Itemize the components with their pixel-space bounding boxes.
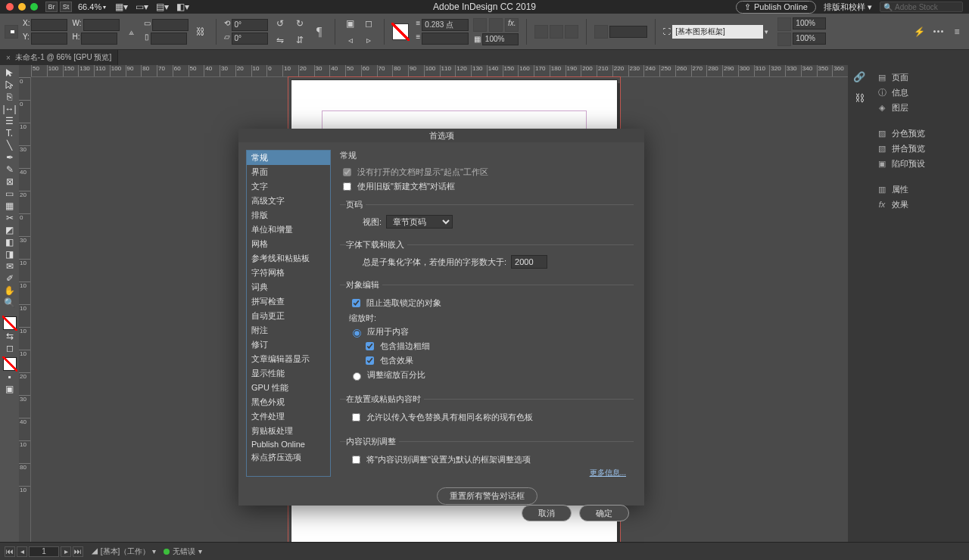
swap-colors-icon[interactable]: ⇆ bbox=[2, 330, 18, 342]
pref-category-20[interactable]: Publish Online bbox=[247, 438, 330, 450]
corner-options-icon[interactable] bbox=[473, 18, 487, 32]
workspace-menu[interactable]: 排版和校样 ▾ bbox=[824, 2, 872, 13]
pref-category-18[interactable]: 文件处理 bbox=[247, 409, 330, 424]
panels-icon[interactable]: ◧▾ bbox=[176, 2, 189, 12]
pref-category-10[interactable]: 拼写检查 bbox=[247, 294, 330, 309]
fit-frame-icon[interactable] bbox=[777, 33, 791, 46]
page-view-select[interactable]: 章节页码 bbox=[386, 215, 453, 229]
more-info-link[interactable]: 更多信息... bbox=[590, 468, 626, 478]
chain-icon[interactable]: ⛓ bbox=[852, 91, 866, 104]
free-transform-icon[interactable]: ◩ bbox=[2, 224, 18, 236]
show-start-option[interactable]: 没有打开的文档时显示"起点"工作区 bbox=[340, 166, 634, 179]
view-mode-icon[interactable]: ▣ bbox=[2, 383, 18, 395]
include-stroke-option[interactable]: 包含描边粗细 bbox=[363, 340, 634, 353]
cancel-button[interactable]: 取消 bbox=[522, 505, 572, 521]
prevent-locked-option[interactable]: 阻止选取锁定的对象 bbox=[349, 297, 634, 310]
wrap-jump-icon[interactable] bbox=[550, 25, 563, 39]
next-object-icon[interactable]: ▹ bbox=[361, 33, 376, 48]
pref-category-13[interactable]: 修订 bbox=[247, 338, 330, 352]
wrap-around-icon[interactable] bbox=[534, 25, 548, 39]
window-controls[interactable] bbox=[6, 3, 38, 11]
stroke-type-field[interactable] bbox=[422, 33, 469, 45]
legacy-new-doc-checkbox[interactable] bbox=[343, 182, 351, 191]
master-page-dropdown[interactable]: ◢ [基本]（工作） ▾ bbox=[91, 546, 156, 557]
scale-adjust-percent[interactable]: 调整缩放百分比 bbox=[349, 369, 634, 381]
flip-v-icon[interactable]: ⇵ bbox=[292, 33, 307, 48]
panel-properties[interactable]: ▥属性 bbox=[871, 182, 969, 197]
type-tool-icon[interactable]: T. bbox=[2, 127, 18, 139]
stroke-weight-field[interactable] bbox=[422, 19, 469, 31]
panel-trap-presets[interactable]: ▣陷印预设 bbox=[871, 156, 969, 171]
chevron-down-icon[interactable]: ▾ bbox=[103, 4, 106, 11]
pref-category-1[interactable]: 界面 bbox=[247, 165, 330, 179]
panel-effects[interactable]: fx效果 bbox=[871, 197, 969, 212]
opacity-field[interactable] bbox=[482, 33, 519, 45]
font-sub-threshold[interactable] bbox=[511, 255, 547, 269]
rectangle-frame-icon[interactable]: ⊠ bbox=[2, 176, 18, 188]
fill-swatch[interactable] bbox=[392, 23, 409, 40]
scale-y[interactable] bbox=[151, 33, 187, 45]
line-tool-icon[interactable]: ╲ bbox=[2, 139, 18, 151]
constrain-icon[interactable]: ⟁ bbox=[124, 24, 139, 39]
note-tool-icon[interactable]: ✉ bbox=[2, 260, 18, 272]
wrap-skip-icon[interactable] bbox=[565, 25, 578, 39]
rotate-ccw-icon[interactable]: ↺ bbox=[273, 16, 288, 31]
pen-tool-icon[interactable]: ✒ bbox=[2, 151, 18, 163]
preflight-status[interactable]: 无错误 ▾ bbox=[164, 546, 202, 557]
gap-tool-icon[interactable]: |↔| bbox=[2, 103, 18, 115]
rotate-cw-icon[interactable]: ↻ bbox=[292, 16, 307, 31]
grid-tool-icon[interactable]: ▦ bbox=[2, 200, 18, 212]
formula-icon[interactable]: fx. bbox=[505, 18, 519, 32]
h-field[interactable] bbox=[81, 33, 117, 45]
panel-info[interactable]: ⓘ信息 bbox=[871, 85, 969, 100]
prevent-locked-checkbox[interactable] bbox=[352, 299, 360, 307]
gradient-swatch-icon[interactable]: ◧ bbox=[2, 236, 18, 248]
arrange-icon[interactable]: ▤▾ bbox=[156, 2, 169, 12]
pref-category-2[interactable]: 文字 bbox=[247, 179, 330, 194]
align-left-icon[interactable] bbox=[594, 25, 608, 39]
pref-category-9[interactable]: 词典 bbox=[247, 280, 330, 294]
pref-category-0[interactable]: 常规 bbox=[247, 151, 330, 165]
pref-category-12[interactable]: 附注 bbox=[247, 323, 330, 338]
prev-object-icon[interactable]: ◃ bbox=[343, 33, 358, 48]
default-colors-icon[interactable]: ◻ bbox=[2, 342, 18, 354]
select-content-icon[interactable]: ◻ bbox=[361, 16, 376, 31]
pref-category-19[interactable]: 剪贴板处理 bbox=[247, 424, 330, 438]
close-tab-icon[interactable]: × bbox=[6, 54, 11, 62]
flip-h-icon[interactable]: ⇋ bbox=[273, 33, 288, 48]
panel-pages[interactable]: ▤页面 bbox=[871, 70, 969, 85]
panel-separation-preview[interactable]: ▨分色预览 bbox=[871, 126, 969, 141]
paragraph-icon[interactable]: ¶ bbox=[312, 24, 327, 39]
selection-tool-icon[interactable] bbox=[2, 67, 18, 79]
gpu-icon[interactable]: ⚡ bbox=[911, 24, 927, 39]
page-nav[interactable]: ⏮◂1▸⏭ bbox=[5, 546, 83, 557]
scissors-tool-icon[interactable]: ✂ bbox=[2, 212, 18, 224]
zoom-tool-icon[interactable]: 🔍 bbox=[2, 297, 18, 309]
align-field[interactable] bbox=[609, 26, 647, 38]
text-wrap-none-icon[interactable] bbox=[489, 18, 503, 32]
rotate-field[interactable] bbox=[232, 19, 268, 31]
ok-button[interactable]: 确定 bbox=[579, 505, 629, 521]
content-collector-icon[interactable]: ☰ bbox=[2, 115, 18, 127]
links-panel-icon[interactable]: 🔗 bbox=[852, 70, 866, 83]
scale-apply-content[interactable]: 应用于内容 bbox=[349, 326, 634, 338]
zoom-level[interactable]: 66.4% bbox=[78, 2, 101, 11]
x-field[interactable] bbox=[31, 19, 67, 31]
apply-color-icon[interactable]: ▪ bbox=[2, 371, 18, 383]
legacy-new-doc-option[interactable]: 使用旧版"新建文档"对话框 bbox=[340, 180, 634, 193]
eyedropper-tool-icon[interactable]: ✐ bbox=[2, 272, 18, 285]
stock-button[interactable]: St bbox=[60, 2, 72, 12]
pref-category-11[interactable]: 自动更正 bbox=[247, 309, 330, 323]
fill-color-icon[interactable] bbox=[3, 316, 17, 330]
hand-tool-icon[interactable]: ✋ bbox=[2, 285, 18, 297]
pref-category-14[interactable]: 文章编辑器显示 bbox=[247, 352, 330, 366]
rectangle-tool-icon[interactable]: ▭ bbox=[2, 188, 18, 200]
y-field[interactable] bbox=[31, 33, 67, 45]
stock-search[interactable]: 🔍 Adobe Stock bbox=[880, 2, 963, 12]
minimize-icon[interactable] bbox=[18, 3, 26, 11]
pref-category-16[interactable]: GPU 性能 bbox=[247, 381, 330, 395]
gradient-feather-icon[interactable]: ◨ bbox=[2, 248, 18, 260]
link-scale-icon[interactable]: ⛓ bbox=[193, 24, 208, 39]
pct-x-field[interactable] bbox=[793, 17, 826, 30]
frame-style-dropdown[interactable]: [基本图形框架] bbox=[672, 25, 763, 39]
